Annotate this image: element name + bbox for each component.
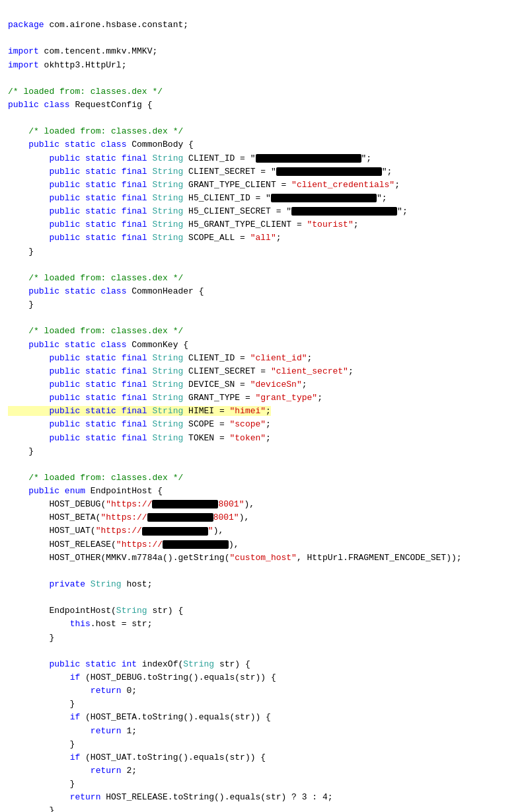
code-content: package com.airone.hsbase.constant; impo… xyxy=(8,5,518,812)
